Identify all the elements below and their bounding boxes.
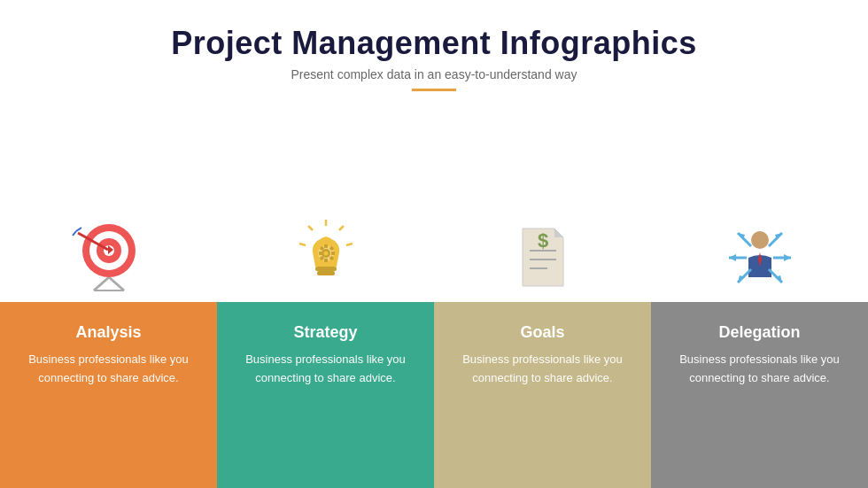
cards-row: Analysis Business professionals like you… (0, 302, 868, 488)
delegation-card: Delegation Business professionals like y… (651, 302, 868, 488)
svg-rect-17 (317, 271, 335, 275)
svg-point-20 (323, 252, 328, 256)
svg-line-9 (76, 228, 81, 231)
analysis-card: Analysis Business professionals like you… (0, 302, 217, 488)
icons-row: $ (0, 102, 868, 302)
svg-rect-16 (315, 267, 337, 271)
analysis-icon-cell (0, 215, 217, 302)
svg-line-0 (94, 277, 109, 290)
svg-marker-37 (784, 254, 791, 261)
strategy-card-text: Business professionals like you connecti… (231, 351, 420, 388)
svg-marker-35 (729, 254, 736, 261)
delegation-card-text: Business professionals like you connecti… (665, 351, 854, 388)
main-title: Project Management Infographics (0, 25, 868, 62)
svg-line-14 (308, 226, 313, 230)
svg-point-33 (751, 231, 769, 249)
document-dollar-icon: $ (503, 215, 583, 295)
strategy-icon-cell (217, 215, 434, 302)
goals-card-text: Business professionals like you connecti… (448, 351, 637, 388)
svg-text:$: $ (537, 229, 547, 252)
delegation-icon-cell (651, 215, 868, 302)
goals-card-title: Goals (520, 323, 564, 342)
goals-card: Goals Business professionals like you co… (434, 302, 651, 488)
svg-line-1 (109, 277, 124, 290)
delegation-person-icon (720, 215, 800, 295)
delegation-card-title: Delegation (718, 323, 800, 342)
svg-line-13 (346, 244, 353, 245)
svg-rect-22 (324, 259, 328, 262)
divider-line (412, 89, 456, 91)
svg-line-15 (299, 244, 306, 245)
strategy-card-title: Strategy (293, 323, 357, 342)
slide: Project Management Infographics Present … (0, 0, 868, 488)
svg-line-10 (73, 231, 76, 236)
strategy-card: Strategy Business professionals like you… (217, 302, 434, 488)
svg-rect-23 (319, 252, 322, 255)
lightbulb-gear-icon (286, 215, 366, 295)
target-icon (69, 215, 149, 295)
goals-icon-cell: $ (434, 215, 651, 302)
analysis-card-title: Analysis (75, 323, 141, 342)
header: Project Management Infographics Present … (0, 0, 868, 102)
subtitle: Present complex data in an easy-to-under… (0, 67, 868, 81)
svg-rect-21 (324, 244, 328, 248)
analysis-card-text: Business professionals like you connecti… (14, 351, 203, 388)
svg-line-12 (339, 226, 344, 230)
svg-rect-24 (331, 252, 335, 255)
